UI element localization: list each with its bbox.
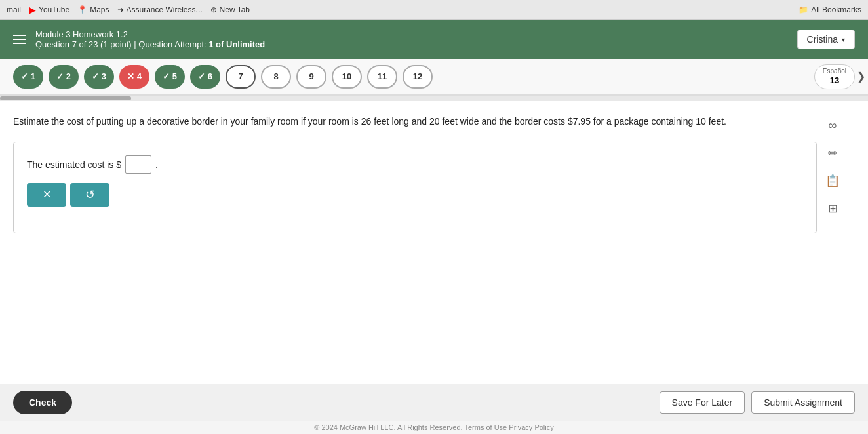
nav-arrow-right[interactable]: ❯ (857, 70, 865, 83)
question-info: Question 7 of 23 (1 point) | Question At… (35, 39, 265, 49)
tab-mail[interactable]: mail (7, 5, 21, 14)
question-btn-5[interactable]: ✓ 5 (155, 65, 185, 89)
bottom-right-buttons: Save For Later Submit Assignment (660, 391, 855, 414)
new-tab-icon: ⊕ (210, 5, 217, 14)
header-left: Module 3 Homework 1.2 Question 7 of 23 (… (13, 30, 265, 49)
footer: © 2024 McGraw Hill LLC. All Rights Reser… (0, 421, 868, 434)
clear-button[interactable]: ✕ (27, 183, 66, 207)
question-btn-7[interactable]: 7 (226, 65, 256, 89)
main-container: Module 3 Homework 1.2 Question 7 of 23 (… (0, 20, 868, 434)
check-button[interactable]: Check (13, 391, 72, 414)
question-btn-2[interactable]: ✓ 2 (49, 65, 79, 89)
answer-line: The estimated cost is $ . (27, 155, 803, 174)
tab-youtube[interactable]: ▶ YouTube (29, 5, 69, 15)
grid-tool[interactable]: ⊞ (823, 199, 842, 218)
chevron-down-icon: ▾ (842, 36, 845, 43)
tab-new-tab[interactable]: ⊕ New Tab (210, 5, 250, 14)
question-nav: ✓ 1 ✓ 2 ✓ 3 ✕ 4 ✓ 5 ✓ 6 7 8 9 10 11 12 E… (0, 59, 868, 96)
infinity-tool[interactable]: ∞ (823, 117, 842, 135)
hamburger-menu[interactable] (13, 35, 26, 44)
module-title: Module 3 Homework 1.2 (35, 30, 265, 39)
question-btn-6[interactable]: ✓ 6 (190, 65, 220, 89)
youtube-icon: ▶ (29, 5, 36, 15)
arrow-icon: ➜ (117, 5, 124, 14)
bookmarks-link[interactable]: 📁 All Bookmarks (799, 5, 861, 14)
question-btn-3[interactable]: ✓ 3 (84, 65, 114, 89)
espanol-num: 13 (830, 75, 839, 86)
maps-icon: 📍 (77, 5, 87, 14)
bottom-bar: Check Save For Later Submit Assignment (0, 384, 868, 421)
x-icon: ✕ (43, 188, 51, 201)
submit-assignment-button[interactable]: Submit Assignment (751, 391, 855, 414)
save-later-button[interactable]: Save For Later (660, 391, 745, 414)
espanol-button[interactable]: Español 13 (814, 64, 855, 89)
undo-icon: ↺ (85, 187, 95, 202)
user-name: Cristina (807, 34, 838, 45)
folder-icon: 📁 (799, 5, 808, 14)
content-area: Estimate the cost of putting up a decora… (0, 101, 868, 384)
notes-tool[interactable]: 📋 (823, 172, 842, 190)
question-btn-10[interactable]: 10 (332, 65, 362, 89)
tab-assurance[interactable]: ➜ Assurance Wireless... (117, 5, 203, 14)
answer-input[interactable] (125, 155, 151, 174)
action-buttons: ✕ ↺ (27, 183, 803, 207)
pencil-tool[interactable]: ✏ (823, 144, 842, 163)
user-menu-button[interactable]: Cristina ▾ (797, 30, 855, 49)
question-btn-4[interactable]: ✕ 4 (119, 65, 149, 89)
question-btn-11[interactable]: 11 (367, 65, 397, 89)
question-content: Estimate the cost of putting up a decora… (13, 114, 817, 370)
question-btn-12[interactable]: 12 (403, 65, 433, 89)
browser-bar: mail ▶ YouTube 📍 Maps ➜ Assurance Wirele… (0, 0, 868, 20)
answer-box: The estimated cost is $ . ✕ ↺ (13, 142, 817, 233)
answer-prefix: The estimated cost is $ (27, 159, 121, 170)
header: Module 3 Homework 1.2 Question 7 of 23 (… (0, 20, 868, 59)
question-text: Estimate the cost of putting up a decora… (13, 114, 817, 128)
espanol-label: Español (823, 68, 846, 75)
tab-maps[interactable]: 📍 Maps (77, 5, 109, 14)
question-btn-1[interactable]: ✓ 1 (13, 65, 43, 89)
undo-button[interactable]: ↺ (70, 183, 109, 207)
question-btn-9[interactable]: 9 (296, 65, 326, 89)
scroll-bar[interactable] (0, 96, 868, 101)
scroll-thumb (0, 96, 131, 100)
header-title: Module 3 Homework 1.2 Question 7 of 23 (… (35, 30, 265, 49)
question-btn-8[interactable]: 8 (261, 65, 291, 89)
answer-suffix: . (155, 159, 158, 170)
side-tools: ∞ ✏ 📋 ⊞ (823, 114, 842, 370)
